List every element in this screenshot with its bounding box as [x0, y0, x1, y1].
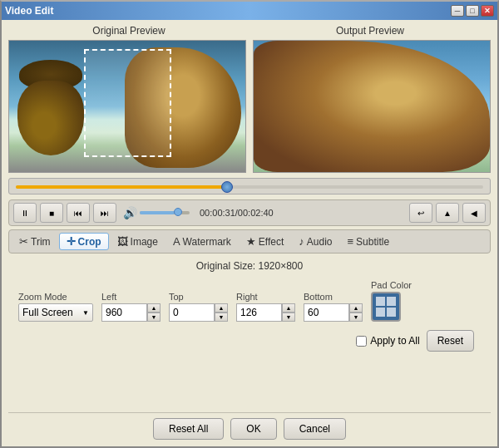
apply-to-all-label: Apply to All [370, 335, 419, 347]
video-edit-window: Video Edit ─ □ ✕ Original Preview Output… [0, 0, 499, 448]
pad-color-icon [376, 297, 396, 317]
pad-cell-4 [387, 308, 396, 317]
pause-button[interactable]: ⏸ [13, 203, 37, 223]
window-title: Video Edit [5, 5, 53, 17]
trim-icon: ✂ [19, 235, 28, 248]
crop-fields-row: Zoom Mode Full Screen ▼ Left ▲ ▼ [18, 280, 481, 322]
controls-row: ⏸ ■ ⏮ ⏭ 🔊 00:00:31/00:02:40 ↩ [8, 199, 491, 226]
top-field-group: Top ▲ ▼ [169, 292, 228, 322]
zoom-mode-dropdown[interactable]: Full Screen ▼ [18, 303, 93, 322]
original-preview-box [8, 40, 246, 173]
close-button[interactable]: ✕ [481, 5, 494, 17]
left-label: Left [101, 292, 161, 302]
pause-icon: ⏸ [21, 209, 29, 218]
volume-track[interactable] [140, 211, 190, 214]
up-icon: ▲ [443, 209, 452, 218]
bottom-spin-buttons: ▲ ▼ [349, 303, 363, 322]
title-bar-buttons: ─ □ ✕ [451, 5, 494, 17]
top-input[interactable] [169, 303, 215, 322]
next-frame-button[interactable]: ⏭ [93, 203, 116, 223]
left-spin-down[interactable]: ▼ [147, 313, 161, 322]
volume-thumb[interactable] [174, 208, 182, 216]
reset-all-button[interactable]: Reset All [153, 418, 224, 440]
bottom-input-wrap: ▲ ▼ [304, 303, 363, 322]
tab-trim[interactable]: ✂ Trim [12, 234, 57, 249]
timeline-progress [16, 185, 226, 189]
crop-icon: ✛ [67, 235, 76, 248]
restore-button[interactable]: □ [466, 5, 479, 17]
image-icon: 🖼 [117, 235, 128, 248]
bottom-spin-down[interactable]: ▼ [349, 313, 363, 322]
title-bar: Video Edit ─ □ ✕ [2, 2, 497, 20]
time-display: 00:00:31/00:02:40 [200, 208, 274, 218]
pad-color-button[interactable] [371, 292, 401, 322]
tab-subtitle-label: Subtitle [356, 236, 389, 248]
left-input-wrap: ▲ ▼ [101, 303, 161, 322]
zoom-mode-value: Full Screen [22, 307, 73, 318]
bottom-buttons: Reset All OK Cancel [8, 412, 491, 443]
tab-audio[interactable]: ♪ Audio [292, 234, 338, 249]
top-spin-down[interactable]: ▼ [215, 313, 228, 322]
ok-button[interactable]: OK [230, 418, 276, 440]
timeline-track [16, 185, 483, 189]
volume-icon: 🔊 [123, 206, 137, 219]
left-field-group: Left ▲ ▼ [101, 292, 161, 322]
tab-crop[interactable]: ✛ Crop [59, 233, 109, 250]
right-field-group: Right ▲ ▼ [236, 292, 295, 322]
previews-container [8, 40, 491, 173]
output-preview-label: Output Preview [250, 25, 491, 37]
prev-frame-button[interactable]: ⏮ [67, 203, 90, 223]
left-spin-buttons: ▲ ▼ [147, 303, 161, 322]
left-input[interactable] [101, 303, 147, 322]
apply-to-all-checkbox[interactable] [356, 336, 367, 347]
tab-subtitle[interactable]: ≡ Subtitle [340, 234, 396, 249]
subtitle-icon: ≡ [347, 235, 353, 248]
cancel-button[interactable]: Cancel [284, 418, 346, 440]
minimize-button[interactable]: ─ [451, 5, 464, 17]
pad-cell-1 [376, 297, 385, 306]
timeline-thumb[interactable] [221, 181, 233, 193]
stop-button[interactable]: ■ [40, 203, 63, 223]
tab-crop-label: Crop [78, 236, 101, 248]
volume-area: 🔊 [123, 206, 190, 219]
output-squirrel [254, 41, 490, 172]
prev-frame-icon: ⏮ [74, 209, 82, 218]
top-spin-buttons: ▲ ▼ [215, 303, 228, 322]
bottom-input[interactable] [304, 303, 349, 322]
back-icon: ↩ [417, 209, 424, 218]
right-spin-buttons: ▲ ▼ [282, 303, 295, 322]
pad-color-group: Pad Color [371, 280, 412, 322]
left-spin-up[interactable]: ▲ [147, 303, 161, 313]
tab-watermark-label: Watermark [183, 236, 231, 248]
tab-image[interactable]: 🖼 Image [111, 234, 165, 249]
output-scene [254, 41, 490, 172]
up-button[interactable]: ▲ [436, 203, 459, 223]
apply-row: Apply to All Reset [18, 330, 481, 352]
top-spin-up[interactable]: ▲ [215, 303, 228, 313]
back-button[interactable]: ↩ [409, 203, 432, 223]
watermark-icon: A [173, 235, 180, 248]
next-frame-icon: ⏭ [101, 209, 109, 218]
forward-button[interactable]: ◀ [462, 203, 486, 223]
timeline-area[interactable] [8, 178, 491, 194]
tabs-row: ✂ Trim ✛ Crop 🖼 Image A Watermark ★ Effe… [8, 229, 491, 254]
tab-trim-label: Trim [31, 236, 51, 248]
tab-audio-label: Audio [307, 236, 333, 248]
preview-labels: Original Preview Output Preview [8, 25, 491, 37]
original-size-label: Original Size: 1920×800 [18, 260, 481, 272]
reset-button[interactable]: Reset [427, 330, 474, 352]
pad-cell-3 [376, 308, 385, 317]
right-label: Right [236, 292, 295, 302]
tab-effect[interactable]: ★ Effect [240, 234, 290, 249]
tab-image-label: Image [131, 236, 158, 248]
effect-icon: ★ [246, 235, 256, 248]
zoom-mode-label: Zoom Mode [18, 292, 93, 302]
zoom-dropdown-arrow: ▼ [82, 309, 89, 317]
tab-watermark[interactable]: A Watermark [166, 234, 238, 249]
volume-fill [140, 211, 175, 214]
right-input[interactable] [236, 303, 282, 322]
pad-color-label: Pad Color [371, 280, 412, 290]
right-spin-up[interactable]: ▲ [282, 303, 295, 313]
right-spin-down[interactable]: ▼ [282, 313, 295, 322]
bottom-spin-up[interactable]: ▲ [349, 303, 363, 313]
